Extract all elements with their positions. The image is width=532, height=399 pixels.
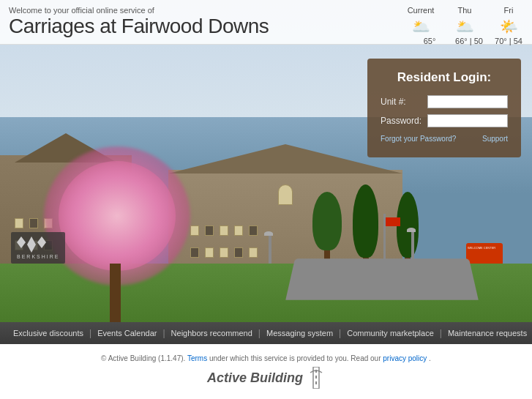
nav-bar: Exclusive discounts | Events Calendar | … <box>0 322 532 344</box>
weather-temps: 65° 66° | 50 70° | 54 <box>415 37 523 45</box>
arch-window-container <box>278 184 293 205</box>
flag <box>386 217 400 226</box>
login-links: Forgot your Password? Support <box>381 135 508 143</box>
footer-period: . <box>429 354 431 362</box>
window <box>249 247 258 258</box>
tree-top <box>353 184 378 258</box>
unit-field-row: Unit #: <box>381 95 508 108</box>
weather-day-fri: Fri <box>494 6 523 15</box>
nav-item-events[interactable]: Events Calendar <box>91 329 162 338</box>
nav-item-marketplace[interactable]: Community marketplace <box>341 329 440 338</box>
terms-link[interactable]: Terms <box>187 354 207 362</box>
nav-item-messaging[interactable]: Messaging system <box>261 329 339 338</box>
window <box>220 225 228 236</box>
nav-item-discounts[interactable]: Exclusive discounts <box>7 329 89 338</box>
window <box>190 247 199 258</box>
weather-temp-fri: 70° | 54 <box>494 37 523 45</box>
weather-temp-thu: 66° | 50 <box>454 37 484 45</box>
unit-label: Unit #: <box>381 97 406 107</box>
password-label: Password: <box>381 116 422 126</box>
support-link[interactable]: Support <box>482 135 508 143</box>
window <box>249 225 258 236</box>
arch-window <box>278 184 293 205</box>
active-building-name: Active Building <box>207 370 303 386</box>
svg-rect-2 <box>315 376 317 379</box>
window <box>29 218 38 228</box>
nav-item-neighbors[interactable]: Neighbors recommend <box>165 329 258 338</box>
weather-days: Current Thu Fri <box>406 6 523 15</box>
weather-day-thu: Thu <box>450 6 479 15</box>
password-input[interactable] <box>427 114 508 127</box>
footer-copyright-row: © Active Building (1.1.47). Terms under … <box>101 354 431 362</box>
svg-rect-3 <box>315 381 317 384</box>
cherry-blossom-tree <box>44 146 190 322</box>
weather-icon-fri: 🌤️ <box>494 18 523 35</box>
road <box>285 258 479 300</box>
footer-copyright: © Active Building (1.1.47). <box>101 354 185 362</box>
privacy-policy-link[interactable]: privacy policy <box>383 354 427 362</box>
tree-top <box>312 192 342 250</box>
login-title: Resident Login: <box>381 70 508 85</box>
active-building-logo: Active Building <box>207 367 325 389</box>
main-hero-area: Welcome to your official online service … <box>0 0 532 322</box>
footer-middle-text: under which this service is provided to … <box>209 354 381 362</box>
diamond-icon <box>37 236 46 248</box>
window <box>15 218 23 228</box>
berkshire-diamonds <box>17 236 59 253</box>
unit-input[interactable] <box>427 95 508 108</box>
weather-icon-current: 🌥️ <box>406 18 435 35</box>
diamond-icon <box>27 236 36 253</box>
window <box>190 225 199 236</box>
active-building-icon <box>307 367 325 389</box>
footer: © Active Building (1.1.47). Terms under … <box>0 344 532 399</box>
weather-temp-current: 65° <box>415 37 444 45</box>
window <box>205 247 214 258</box>
weather-day-current: Current <box>406 6 435 15</box>
weather-icon-thu: 🌥️ <box>450 18 479 35</box>
window <box>234 225 243 236</box>
blossom-inner <box>59 161 176 271</box>
login-box: Resident Login: Unit #: Password: Forgot… <box>367 59 521 157</box>
weather-icons: 🌥️ 🌥️ 🌤️ <box>406 18 523 35</box>
window-row <box>190 225 258 236</box>
berkshire-name: BERKSHIRE <box>17 254 59 259</box>
berkshire-logo: BERKSHIRE <box>11 232 65 264</box>
window <box>205 225 214 236</box>
window-row <box>190 247 258 258</box>
nav-item-maintenance[interactable]: Maintenance requests <box>442 329 532 338</box>
tree-trunk <box>110 264 121 322</box>
window <box>234 247 243 258</box>
weather-widget: Current Thu Fri 🌥️ 🌥️ 🌤️ 65° 66° | 50 70… <box>406 6 523 45</box>
password-field-row: Password: <box>381 114 508 127</box>
forgot-password-link[interactable]: Forgot your Password? <box>381 135 456 143</box>
window <box>220 247 228 258</box>
diamond-icon <box>17 236 26 248</box>
